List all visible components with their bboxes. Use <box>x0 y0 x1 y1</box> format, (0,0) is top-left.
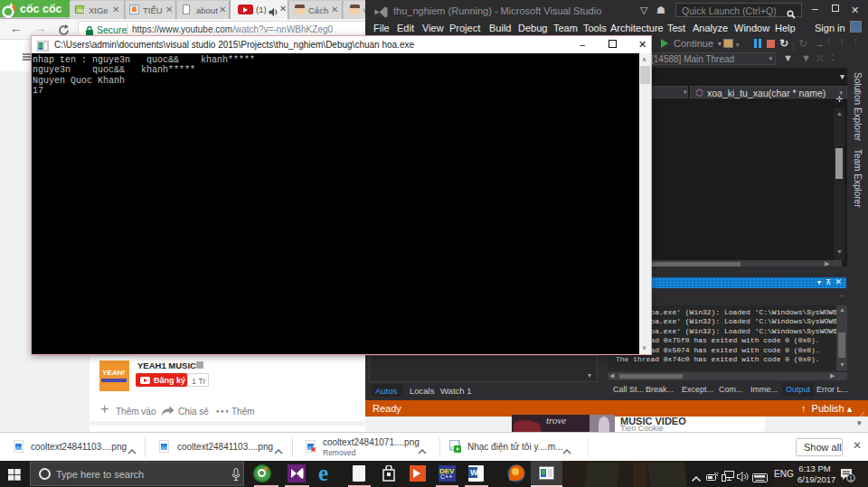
svg-text:1: 1 <box>849 475 853 482</box>
